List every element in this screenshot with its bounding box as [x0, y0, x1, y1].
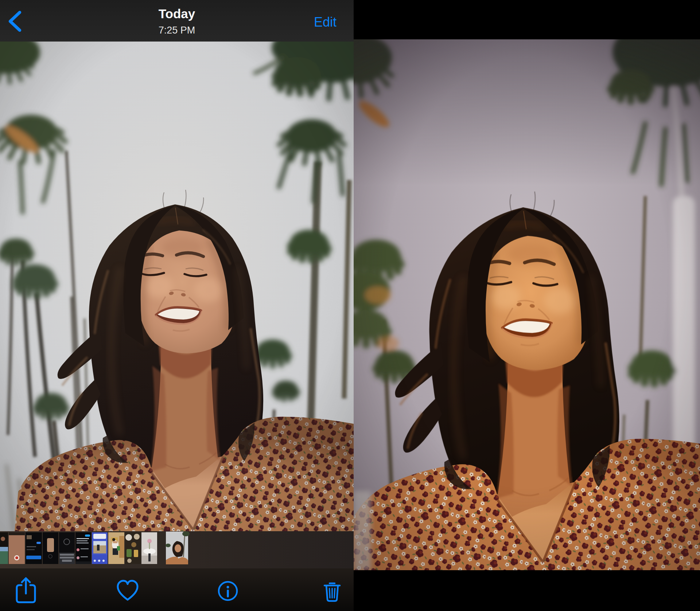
svg-text:7:25 PM: 7:25 PM — [159, 25, 195, 36]
svg-text:Edit: Edit — [314, 15, 337, 30]
svg-text:Today: Today — [159, 7, 195, 21]
